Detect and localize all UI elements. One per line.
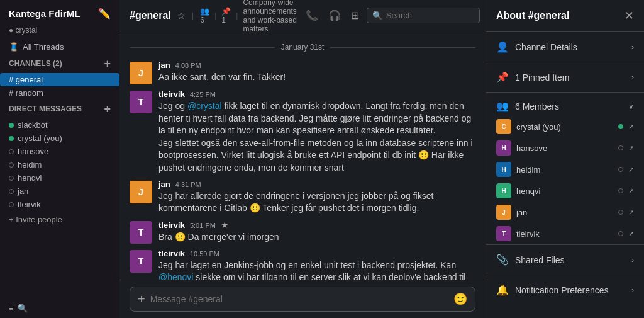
channel-random-label: # random (9, 88, 43, 98)
header-pipe2: | (236, 11, 238, 20)
chevron-right-icon: › (631, 286, 634, 295)
mention-crystal[interactable]: @crystal (187, 101, 222, 111)
message-text: Bra 🙂 Da merge'er vi imorgen (158, 231, 475, 244)
search-input[interactable] (386, 11, 474, 20)
member-row-crystal[interactable]: C crystal (you) ↗ (486, 116, 644, 137)
member-avatar-henqvi: H (496, 183, 511, 198)
message-content: jan 4:31 PM Jeg har allerede gjort de en… (158, 179, 475, 215)
channel-header: #general ☆ | 👥 6 | 📌 1 | Company-wide an… (119, 0, 486, 31)
dm-item-hansove[interactable]: hansove (0, 145, 119, 158)
dm-label: DIRECT MESSAGES (9, 105, 82, 113)
offline-status-indicator (618, 210, 623, 215)
mention-henqvi[interactable]: @henqvi (158, 272, 193, 280)
main-content: #general ☆ | 👥 6 | 📌 1 | Company-wide an… (119, 0, 486, 318)
member-avatar-heidim: H (496, 162, 511, 177)
external-link-icon: ↗ (628, 123, 634, 131)
channel-details-row[interactable]: 👤 Channel Details › (486, 32, 644, 62)
member-row-henqvi[interactable]: H henqvi ↗ (486, 180, 644, 202)
user-status-indicator: ● (9, 26, 16, 35)
member-name-tleirvik: tleirvik (516, 229, 613, 239)
chevron-right-icon: › (631, 256, 634, 264)
dm-item-slackbot[interactable]: slackbot (0, 118, 119, 132)
avatar: T (130, 221, 152, 244)
sidebar-item-general[interactable]: # general (0, 73, 119, 86)
members-icon: 👥 (496, 100, 509, 112)
shared-files-label: Shared Files (515, 255, 565, 265)
channel-details-icon: 👤 (496, 41, 509, 53)
search-bottom-icon: 🔍 (18, 304, 28, 313)
members-count-label: 6 Members (515, 101, 559, 111)
message-text: Jeg har laget en Jenkins-jobb og en enke… (158, 259, 475, 280)
add-dm-button[interactable]: + (104, 103, 111, 115)
add-channel-button[interactable]: + (104, 58, 111, 69)
member-name-heidim: heidim (516, 165, 613, 174)
dm-item-heidim[interactable]: heidim (0, 158, 119, 171)
message-time: 4:31 PM (175, 181, 201, 188)
message-author: jan (158, 179, 170, 189)
star-button[interactable]: ☆ (177, 11, 186, 21)
offline-indicator (9, 162, 14, 168)
pinned-item-row[interactable]: 📌 1 Pinned Item › (486, 62, 644, 92)
sidebar-item-all-threads[interactable]: 🧵 All Threads (0, 40, 119, 54)
dm-item-tleirvik[interactable]: tleirvik (0, 198, 119, 211)
dm-item-henqvi[interactable]: henqvi (0, 171, 119, 185)
message-author: tleirvik (158, 89, 185, 99)
channel-details-label: Channel Details (515, 42, 577, 52)
member-row-hansove[interactable]: H hansove ↗ (486, 137, 644, 159)
dm-name-crystal: crystal (you) (18, 133, 62, 143)
members-count-badge: 👥 6 (200, 7, 209, 25)
offline-indicator (9, 202, 14, 207)
pinned-count-badge: 📌 1 (221, 7, 231, 25)
list-icon: ≡ (9, 304, 14, 313)
dm-item-jan[interactable]: jan (0, 185, 119, 198)
about-panel: About #general ✕ 👤 Channel Details › 📌 1… (486, 0, 644, 318)
pinned-item-section: 📌 1 Pinned Item › (486, 62, 644, 93)
message-row: T tleirvik 5:01 PM ★ Bra 🙂 Da merge'er v… (119, 217, 486, 246)
call-button[interactable]: 📞 (303, 7, 321, 24)
member-name-hansove: hansove (516, 144, 613, 153)
members-header-row[interactable]: 👥 6 Members ∨ (486, 93, 644, 116)
huddle-button[interactable]: 🎧 (326, 7, 343, 24)
member-name-henqvi: henqvi (516, 186, 613, 196)
member-avatar-tleirvik: T (496, 226, 511, 241)
message-author: tleirvik (158, 220, 185, 230)
message-input[interactable] (150, 294, 448, 304)
message-input-container: + 🙂 (130, 287, 475, 312)
invite-people-button[interactable]: + Invite people (0, 211, 119, 228)
sidebar-header: Kantega FdirML ✏️ (0, 0, 119, 25)
pinned-icon: 📌 (496, 71, 509, 83)
dm-item-crystal[interactable]: crystal (you) (0, 132, 119, 145)
notification-preferences-row[interactable]: 🔔 Notification Preferences › (486, 275, 644, 305)
shared-files-row[interactable]: 📎 Shared Files › (486, 245, 644, 275)
chevron-right-icon: › (631, 43, 634, 52)
chevron-right-icon: › (631, 73, 634, 82)
attach-button[interactable]: + (138, 293, 145, 305)
sidebar-item-random[interactable]: # random (0, 86, 119, 99)
sidebar-bottom: ≡ 🔍 (0, 298, 119, 318)
channels-label: CHANNELS (2) (9, 59, 62, 68)
workspace-name[interactable]: Kantega FdirML (9, 8, 80, 19)
new-message-icon[interactable]: ✏️ (98, 8, 111, 20)
message-time: 5:01 PM (190, 222, 216, 229)
member-avatar-crystal: C (496, 119, 511, 134)
input-area: + 🙂 (119, 280, 486, 318)
about-panel-title: About #general (496, 10, 569, 21)
member-row-heidim[interactable]: H heidim ↗ (486, 159, 644, 180)
avatar: J (130, 181, 152, 203)
layout-button[interactable]: ⊞ (348, 7, 362, 24)
members-header-left: 👥 6 Members (496, 100, 559, 112)
channel-details-section: 👤 Channel Details › (486, 32, 644, 62)
message-time: 10:59 PM (190, 250, 219, 258)
close-panel-button[interactable]: ✕ (625, 9, 634, 23)
avatar: J (130, 62, 152, 84)
shared-files-icon: 📎 (496, 254, 509, 266)
member-row-tleirvik[interactable]: T tleirvik ↗ (486, 223, 644, 244)
message-header: tleirvik 10:59 PM (158, 249, 475, 258)
emoji-button[interactable]: 🙂 (453, 292, 467, 306)
header-meta: 👥 6 | 📌 1 | Company-wide announcements a… (200, 0, 297, 33)
dm-name-henqvi: henqvi (18, 173, 42, 183)
member-row-jan[interactable]: J jan ↗ (486, 202, 644, 223)
channel-general-label: # general (9, 75, 43, 84)
member-avatar-jan: J (496, 205, 511, 220)
message-header: jan 4:31 PM (158, 179, 475, 189)
